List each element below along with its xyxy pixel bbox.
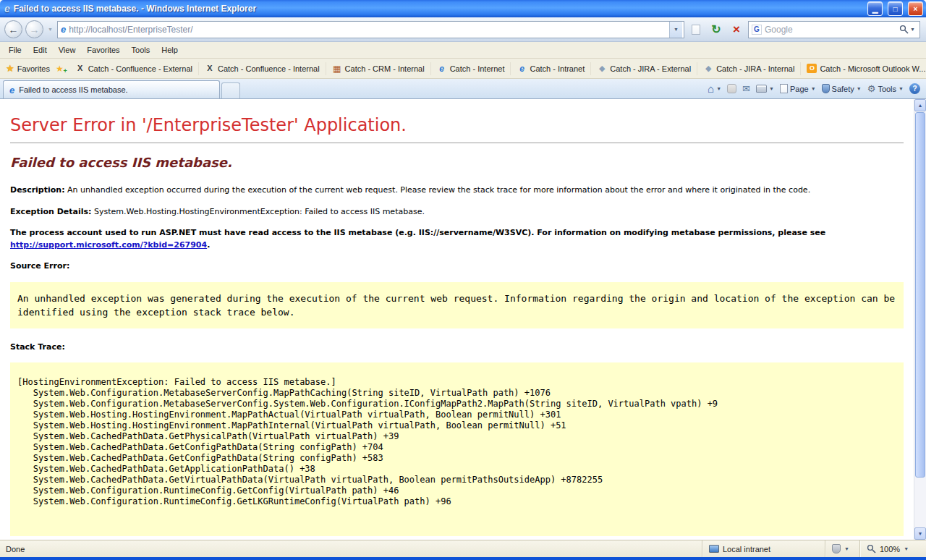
stack-trace-label: Stack Trace: bbox=[10, 342, 65, 352]
safety-menu-button[interactable]: Safety▼ bbox=[822, 84, 862, 93]
window-title: Failed to access IIS metabase. - Windows… bbox=[14, 4, 862, 14]
tab-title: Failed to access IIS metabase. bbox=[19, 85, 127, 94]
viewport: Server Error in '/EnterpriseTester' Appl… bbox=[0, 99, 926, 540]
favorites-bar: ★ Favorites ★+ X Catch - Confluence - Ex… bbox=[0, 59, 926, 79]
favorites-button-label: Favorites bbox=[17, 64, 50, 73]
star-icon: ★ bbox=[56, 64, 64, 74]
scrollbar-track[interactable] bbox=[914, 478, 926, 527]
feeds-button[interactable] bbox=[727, 84, 736, 93]
favorites-button[interactable]: ★ Favorites bbox=[3, 61, 56, 75]
favorites-link-label: Catch - CRM - Internal bbox=[345, 64, 425, 73]
tools-menu-label: Tools bbox=[878, 85, 896, 93]
description-paragraph: Description: An unhandled exception occu… bbox=[10, 184, 904, 197]
refresh-icon: ↻ bbox=[711, 24, 721, 35]
menu-help[interactable]: Help bbox=[156, 43, 184, 56]
security-zone-label: Local intranet bbox=[723, 545, 770, 553]
tools-menu-button[interactable]: ⚙Tools▼ bbox=[867, 84, 904, 93]
error-subtitle: Failed to access IIS metabase. bbox=[10, 155, 904, 170]
restore-button[interactable]: □ bbox=[888, 1, 903, 16]
status-text: Done bbox=[6, 545, 702, 553]
error-page: Server Error in '/EnterpriseTester' Appl… bbox=[0, 99, 914, 540]
chevron-down-icon: ▼ bbox=[674, 27, 679, 32]
favorites-link[interactable]: X Catch - Confluence - External bbox=[69, 62, 199, 75]
chevron-down-icon: ▼ bbox=[811, 86, 816, 91]
menu-bar: File Edit View Favorites Tools Help bbox=[0, 42, 926, 59]
refresh-button[interactable]: ↻ bbox=[708, 21, 725, 38]
search-box: G ▼ bbox=[748, 21, 920, 38]
source-error-label: Source Error: bbox=[10, 261, 69, 271]
favorites-link-label: Catch - Internet bbox=[450, 64, 505, 73]
page-favicon-icon: e bbox=[61, 25, 66, 34]
back-button[interactable]: ← bbox=[4, 20, 22, 38]
scroll-down-button[interactable]: ▼ bbox=[914, 527, 926, 540]
favorites-link[interactable]: e Catch - Internet bbox=[431, 62, 511, 75]
favorites-link[interactable]: ◆ Catch - JIRA - External bbox=[591, 62, 697, 75]
menu-favorites[interactable]: Favorites bbox=[81, 43, 125, 56]
description-text: An unhandled exception occurred during t… bbox=[67, 185, 810, 195]
menu-tools[interactable]: Tools bbox=[126, 43, 156, 56]
exception-details-label: Exception Details: bbox=[10, 207, 91, 216]
minimize-icon: ▁ bbox=[872, 5, 878, 13]
help-icon: ? bbox=[909, 83, 920, 94]
favorites-link-label: Catch - Confluence - Internal bbox=[218, 64, 320, 73]
source-error-label-paragraph: Source Error: bbox=[10, 260, 904, 273]
feeds-icon bbox=[727, 84, 736, 93]
confluence-favicon-icon: X bbox=[75, 64, 85, 72]
jira-favicon-icon: ◆ bbox=[703, 64, 713, 72]
support-link[interactable]: http://support.microsoft.com/?kbid=26790… bbox=[10, 240, 207, 250]
back-icon: ← bbox=[9, 24, 19, 35]
navigation-bar: ← → ▼ e ▼ ↻ × G ▼ bbox=[0, 17, 926, 42]
description-label: Description: bbox=[10, 185, 65, 195]
ie-favicon-icon: e bbox=[517, 64, 527, 73]
menu-view[interactable]: View bbox=[53, 43, 82, 56]
search-go-button[interactable]: ▼ bbox=[897, 25, 917, 34]
print-button[interactable]: ▼ bbox=[756, 85, 774, 93]
close-button[interactable]: × bbox=[908, 1, 923, 16]
chevron-down-icon: ▼ bbox=[857, 86, 862, 91]
outlook-favicon-icon: O bbox=[807, 64, 817, 73]
search-icon bbox=[899, 25, 909, 34]
menu-file[interactable]: File bbox=[3, 43, 27, 56]
favorites-link[interactable]: O Catch - Microsoft Outlook W... bbox=[801, 61, 926, 75]
vertical-scrollbar[interactable]: ▲ ▼ bbox=[914, 99, 926, 540]
gear-icon: ⚙ bbox=[867, 84, 876, 93]
menu-edit[interactable]: Edit bbox=[27, 43, 53, 56]
security-zone-panel: Local intranet bbox=[702, 540, 825, 557]
crm-favicon-icon: ▦ bbox=[332, 64, 342, 73]
forward-icon: → bbox=[30, 24, 40, 35]
favorites-link-label: Catch - Confluence - External bbox=[88, 64, 192, 73]
home-button[interactable]: ⌂▼ bbox=[708, 83, 721, 94]
protected-mode-panel[interactable]: ▼ bbox=[825, 540, 859, 557]
address-input[interactable] bbox=[69, 25, 666, 35]
favorites-link[interactable]: ◆ Catch - JIRA - Internal bbox=[697, 62, 801, 75]
ie-favicon-icon: e bbox=[437, 64, 447, 73]
favorites-link[interactable]: X Catch - Confluence - Internal bbox=[199, 62, 326, 75]
metabase-note-paragraph: The process account used to run ASP.NET … bbox=[10, 227, 904, 251]
favorites-link[interactable]: e Catch - Intranet bbox=[511, 62, 591, 75]
recent-pages-dropdown[interactable]: ▼ bbox=[46, 27, 54, 32]
exception-details-text: System.Web.Hosting.HostingEnvironmentExc… bbox=[94, 207, 425, 216]
add-to-favorites-bar-button[interactable]: ★+ bbox=[56, 64, 64, 73]
read-mail-button[interactable]: ✉ bbox=[742, 84, 750, 93]
page-menu-button[interactable]: Page▼ bbox=[780, 84, 816, 93]
stop-button[interactable]: × bbox=[728, 21, 745, 38]
command-bar: ⌂▼ ✉ ▼ Page▼ Safety▼ ⚙Tools▼ ? bbox=[708, 81, 920, 98]
zoom-control[interactable]: 100% ▼ bbox=[859, 540, 926, 557]
search-input[interactable] bbox=[765, 25, 894, 35]
tab-failed-to-access-iis-metabase[interactable]: e Failed to access IIS metabase. bbox=[3, 80, 220, 98]
address-dropdown-button[interactable]: ▼ bbox=[669, 22, 682, 38]
new-tab-button[interactable] bbox=[221, 82, 240, 98]
scrollbar-thumb[interactable] bbox=[915, 112, 925, 478]
chevron-down-icon: ▼ bbox=[716, 86, 721, 91]
forward-button[interactable]: → bbox=[25, 20, 43, 38]
help-button[interactable]: ? bbox=[909, 83, 920, 94]
plus-icon: + bbox=[63, 68, 67, 75]
page-icon bbox=[780, 84, 788, 93]
scroll-up-button[interactable]: ▲ bbox=[914, 99, 926, 111]
minimize-button[interactable]: ▁ bbox=[867, 1, 883, 16]
search-options-dropdown[interactable]: ▼ bbox=[910, 27, 915, 32]
favorites-link[interactable]: ▦ Catch - CRM - Internal bbox=[326, 62, 431, 75]
ie-logo-icon: e bbox=[4, 4, 10, 14]
shield-icon bbox=[822, 84, 830, 93]
compatibility-view-button[interactable] bbox=[687, 21, 705, 38]
